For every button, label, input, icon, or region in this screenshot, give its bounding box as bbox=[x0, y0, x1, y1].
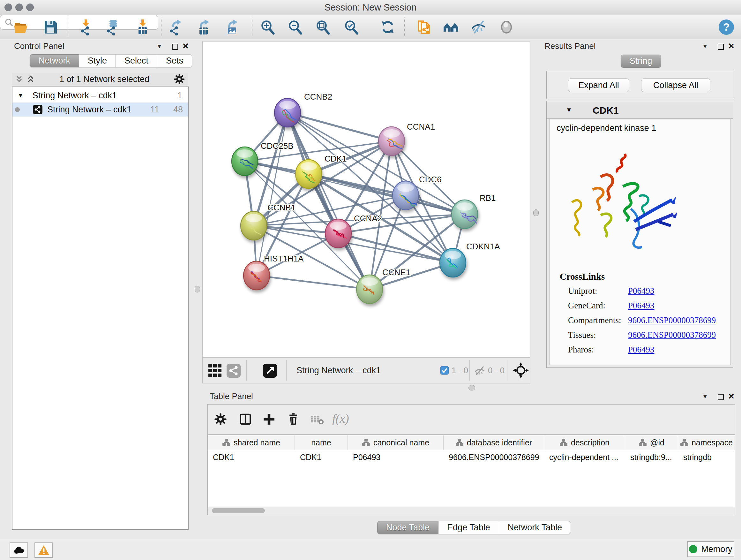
warning-button[interactable] bbox=[35, 543, 53, 558]
table-panel-close-icon[interactable]: ✕ bbox=[728, 392, 735, 400]
zoom-fit-icon[interactable] bbox=[315, 19, 332, 36]
tree-expander-icon[interactable]: ▼ bbox=[17, 92, 23, 99]
grid-view-icon[interactable] bbox=[208, 363, 222, 378]
tab-style[interactable]: Style bbox=[79, 54, 116, 67]
eye-slash-icon[interactable] bbox=[470, 19, 487, 36]
crosslink-link[interactable]: P06493 bbox=[628, 301, 655, 311]
collapse-all-chevron-icon[interactable] bbox=[14, 74, 24, 84]
network-collection-row[interactable]: ▼ String Network – cdk1 1 bbox=[12, 88, 188, 103]
column-header-@id[interactable]: @id bbox=[625, 435, 678, 450]
network-status-dot-icon bbox=[15, 107, 20, 112]
share-view-icon[interactable] bbox=[226, 363, 241, 378]
results-panel-menu-icon[interactable]: ▼ bbox=[702, 42, 708, 51]
import-network-database-icon[interactable] bbox=[105, 19, 121, 36]
node-label: CCNA1 bbox=[407, 122, 435, 132]
birds-eye-view-icon[interactable] bbox=[513, 362, 529, 378]
network-node-RB1[interactable]: RB1 bbox=[452, 193, 496, 229]
crosslink-link[interactable]: P06493 bbox=[628, 345, 655, 355]
crosslink-link[interactable]: 9606.ENSP00000378699 bbox=[628, 315, 716, 325]
refresh-icon[interactable] bbox=[380, 19, 396, 36]
crosslink-link[interactable]: P06493 bbox=[628, 286, 655, 296]
column-header-database-identifier[interactable]: database identifier bbox=[444, 435, 544, 450]
table-cell[interactable]: P06493 bbox=[348, 450, 444, 464]
selected-checkbox-icon[interactable] bbox=[440, 366, 449, 375]
zoom-in-icon[interactable] bbox=[260, 19, 276, 36]
help-icon[interactable]: ? bbox=[718, 19, 735, 36]
tab-network-table[interactable]: Network Table bbox=[499, 521, 571, 534]
network-list-header: 1 of 1 Network selected bbox=[12, 73, 188, 85]
crosslink-label: GeneCard: bbox=[568, 301, 628, 311]
network-edge[interactable] bbox=[257, 275, 369, 289]
collapse-all-button[interactable]: Collapse All bbox=[641, 78, 711, 92]
crosslink-label: Pharos: bbox=[568, 345, 628, 355]
section-expander-icon[interactable]: ▼ bbox=[566, 106, 572, 114]
gear-icon[interactable] bbox=[173, 73, 185, 85]
tab-edge-table[interactable]: Edge Table bbox=[439, 521, 499, 534]
network-canvas[interactable]: CCNB2 CCNA1 CDC25B CDK1 CDC6 RB1 CCNB1 bbox=[202, 41, 530, 358]
tab-string[interactable]: String bbox=[621, 55, 661, 68]
zoom-selected-icon[interactable] bbox=[343, 19, 360, 36]
control-panel-float-icon[interactable] bbox=[172, 44, 178, 50]
export-image-icon[interactable] bbox=[223, 19, 240, 36]
column-header-description[interactable]: description bbox=[544, 435, 625, 450]
network-node-CCNA1[interactable]: CCNA1 bbox=[379, 122, 435, 155]
column-type-icon bbox=[559, 439, 568, 446]
network-node-HIST1H1A[interactable]: HIST1H1A bbox=[244, 254, 304, 290]
crosslink-row: Pharos: P06493 bbox=[568, 342, 728, 357]
tab-node-table[interactable]: Node Table bbox=[377, 521, 439, 534]
document-share-icon[interactable] bbox=[416, 19, 432, 36]
column-header-namespace[interactable]: namespace bbox=[678, 435, 735, 450]
network-graph[interactable]: CCNB2 CCNA1 CDC25B CDK1 CDC6 RB1 CCNB1 bbox=[203, 42, 530, 357]
tab-network[interactable]: Network bbox=[30, 54, 79, 67]
open-session-icon[interactable] bbox=[13, 19, 29, 36]
table-panel-float-icon[interactable] bbox=[718, 394, 724, 400]
export-network-icon[interactable] bbox=[167, 19, 184, 36]
control-panel-menu-icon[interactable]: ▼ bbox=[156, 42, 162, 51]
export-view-icon[interactable] bbox=[263, 363, 277, 378]
column-header-name[interactable]: name bbox=[295, 435, 348, 450]
expand-all-chevron-icon[interactable] bbox=[26, 74, 36, 84]
table-hscrollbar-thumb[interactable] bbox=[212, 508, 265, 513]
show-columns-icon[interactable] bbox=[239, 412, 253, 426]
left-splitter-handle[interactable] bbox=[195, 286, 200, 293]
crosslink-link[interactable]: 9606.ENSP00000378699 bbox=[628, 330, 716, 340]
table-settings-gear-icon[interactable] bbox=[213, 412, 227, 426]
column-header-canonical-name[interactable]: canonical name bbox=[348, 435, 444, 450]
table-panel-menu-icon[interactable]: ▼ bbox=[702, 392, 708, 401]
houses-icon[interactable] bbox=[443, 19, 459, 36]
table-cell[interactable]: stringdb bbox=[678, 450, 735, 464]
table-cell[interactable]: cyclin-dependent ... bbox=[544, 450, 625, 464]
right-splitter-handle[interactable] bbox=[533, 209, 539, 216]
tab-sets[interactable]: Sets bbox=[157, 54, 192, 67]
table-cell[interactable]: CDK1 bbox=[208, 450, 295, 464]
table-cell[interactable]: 9606.ENSP00000378699 bbox=[444, 450, 544, 464]
network-row[interactable]: String Network – cdk1 11 48 bbox=[12, 103, 188, 117]
save-session-icon[interactable] bbox=[42, 19, 59, 36]
hidden-eye-icon bbox=[474, 365, 485, 376]
cdk1-section-header[interactable]: ▼ CDK1 bbox=[547, 103, 733, 119]
tab-select[interactable]: Select bbox=[116, 54, 157, 67]
results-panel-float-icon[interactable] bbox=[718, 44, 724, 50]
column-header-shared-name[interactable]: shared name bbox=[208, 435, 295, 450]
cloud-button[interactable] bbox=[10, 543, 28, 558]
network-node-CDKN1A[interactable]: CDKN1A bbox=[440, 242, 500, 277]
delete-column-icon[interactable] bbox=[286, 412, 300, 426]
export-table-icon[interactable] bbox=[195, 19, 212, 36]
import-table-icon[interactable] bbox=[134, 19, 151, 36]
expand-all-button[interactable]: Expand All bbox=[568, 78, 629, 92]
results-panel-close-icon[interactable]: ✕ bbox=[728, 42, 735, 50]
title-bar: Session: New Session bbox=[0, 0, 741, 15]
eye-icon[interactable] bbox=[498, 19, 515, 36]
network-edge[interactable] bbox=[257, 113, 287, 275]
network-view-title: String Network – cdk1 bbox=[296, 358, 381, 383]
zoom-out-icon[interactable] bbox=[287, 19, 304, 36]
bottom-splitter-handle[interactable] bbox=[468, 385, 475, 390]
table-cell[interactable]: stringdb:9... bbox=[625, 450, 678, 464]
table-row[interactable]: CDK1CDK1P064939606.ENSP00000378699cyclin… bbox=[208, 450, 735, 464]
add-column-icon[interactable] bbox=[262, 412, 276, 426]
import-network-file-icon[interactable] bbox=[77, 19, 94, 36]
node-count: 11 bbox=[150, 105, 159, 115]
memory-button[interactable]: Memory bbox=[687, 541, 734, 557]
control-panel-close-icon[interactable]: ✕ bbox=[182, 42, 189, 50]
table-cell[interactable]: CDK1 bbox=[295, 450, 348, 464]
